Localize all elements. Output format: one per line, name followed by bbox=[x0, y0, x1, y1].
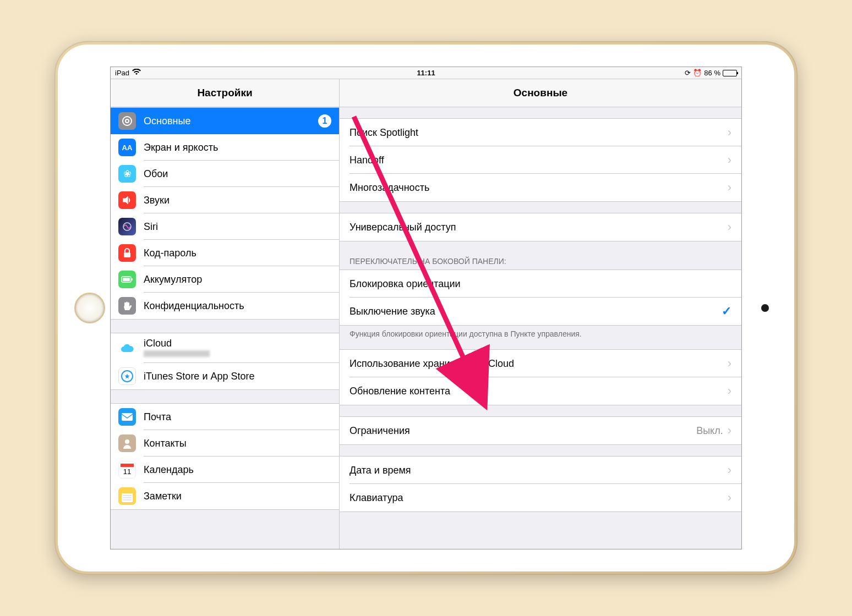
row-label: Использование хранилища и iCloud bbox=[349, 358, 728, 370]
row-label: Выключение звука bbox=[349, 306, 722, 317]
sidebar-item-label: Обои bbox=[144, 168, 331, 180]
section-footer-switch: Функция блокировки ориентации доступна в… bbox=[340, 326, 741, 338]
contacts-icon bbox=[118, 435, 136, 452]
display-icon: AA bbox=[118, 139, 136, 156]
row-multitask[interactable]: Многозадачность › bbox=[340, 174, 741, 201]
row-accessibility[interactable]: Универсальный доступ › bbox=[340, 213, 741, 241]
row-value: Выкл. bbox=[696, 425, 723, 437]
sidebar-item-privacy[interactable]: Конфиденциальность bbox=[111, 293, 339, 319]
appstore-icon bbox=[118, 367, 136, 385]
battery-icon bbox=[118, 271, 136, 288]
sidebar-item-battery[interactable]: Аккумулятор bbox=[111, 266, 339, 293]
sounds-icon bbox=[118, 191, 136, 209]
chevron-right-icon: › bbox=[728, 385, 731, 397]
row-label: Клавиатура bbox=[349, 492, 728, 504]
camera bbox=[761, 304, 769, 312]
sidebar-item-label: Аккумулятор bbox=[144, 274, 331, 285]
gear-icon bbox=[118, 112, 136, 130]
sidebar-item-calendar[interactable]: 11 Календарь bbox=[111, 457, 339, 483]
status-time: 11:11 bbox=[417, 69, 435, 77]
svg-rect-6 bbox=[123, 278, 130, 281]
row-label: Многозадачность bbox=[349, 182, 728, 194]
svg-rect-3 bbox=[124, 252, 130, 257]
sidebar-item-label: Звуки bbox=[144, 195, 331, 206]
svg-text:11: 11 bbox=[123, 468, 131, 476]
sidebar-item-icloud[interactable]: iCloud bbox=[111, 333, 339, 363]
sidebar-item-sounds[interactable]: Звуки bbox=[111, 187, 339, 213]
wallpaper-icon: ❀ bbox=[118, 165, 136, 183]
section-header-switch: ПЕРЕКЛЮЧАТЕЛЬ НА БОКОВОЙ ПАНЕЛИ: bbox=[340, 247, 741, 270]
main-panel: Основные Поиск Spotlight › Handoff › Мно… bbox=[340, 79, 741, 549]
sidebar-item-general[interactable]: Основные 1 bbox=[111, 108, 339, 134]
sidebar-item-label: Конфиденциальность bbox=[144, 300, 331, 312]
chevron-right-icon: › bbox=[728, 154, 731, 166]
lock-icon bbox=[118, 244, 136, 262]
svg-rect-10 bbox=[121, 464, 134, 467]
battery-text: 86 % bbox=[704, 69, 720, 77]
sidebar-item-label: Экран и яркость bbox=[144, 142, 331, 153]
badge: 1 bbox=[318, 114, 331, 128]
row-label: Дата и время bbox=[349, 465, 728, 476]
sidebar-item-mail[interactable]: Почта bbox=[111, 404, 339, 430]
row-label: Ограничения bbox=[349, 425, 696, 437]
status-bar: iPad 11:11 ⟳ ⏰ 86 % bbox=[111, 67, 741, 79]
row-keyboard[interactable]: Клавиатура › bbox=[340, 484, 741, 512]
row-handoff[interactable]: Handoff › bbox=[340, 146, 741, 174]
chevron-right-icon: › bbox=[728, 182, 731, 194]
svg-point-9 bbox=[125, 439, 129, 444]
chevron-right-icon: › bbox=[728, 127, 731, 139]
battery-icon bbox=[723, 70, 737, 76]
chevron-right-icon: › bbox=[728, 492, 731, 504]
row-storage[interactable]: Использование хранилища и iCloud › bbox=[340, 350, 741, 377]
checkmark-icon: ✓ bbox=[722, 304, 731, 318]
sidebar-item-itunes[interactable]: iTunes Store и App Store bbox=[111, 363, 339, 389]
sidebar-item-label: Код-пароль bbox=[144, 248, 331, 259]
row-label: Поиск Spotlight bbox=[349, 127, 728, 139]
home-button[interactable] bbox=[74, 293, 105, 323]
row-restrictions[interactable]: Ограничения Выкл. › bbox=[340, 417, 741, 444]
mail-icon bbox=[118, 408, 136, 426]
sidebar-item-contacts[interactable]: Контакты bbox=[111, 430, 339, 457]
row-label: Универсальный доступ bbox=[349, 222, 728, 233]
row-datetime[interactable]: Дата и время › bbox=[340, 457, 741, 484]
row-refresh[interactable]: Обновление контента › bbox=[340, 377, 741, 405]
sidebar-item-siri[interactable]: Siri bbox=[111, 213, 339, 240]
row-label: Handoff bbox=[349, 155, 728, 166]
sidebar-item-label: iTunes Store и App Store bbox=[144, 371, 331, 382]
chevron-right-icon: › bbox=[728, 221, 731, 233]
sidebar-item-passcode[interactable]: Код-пароль bbox=[111, 240, 339, 266]
sidebar-item-label: Почта bbox=[144, 411, 331, 423]
sidebar-item-label: Siri bbox=[144, 221, 331, 233]
sidebar: Настройки Основные 1 AA Экран и яркость bbox=[111, 79, 340, 549]
orientation-lock-icon: ⟳ bbox=[685, 69, 691, 77]
sidebar-item-label: Основные bbox=[144, 116, 318, 127]
sidebar-item-label: Календарь bbox=[144, 464, 331, 476]
chevron-right-icon: › bbox=[728, 425, 731, 437]
chevron-right-icon: › bbox=[728, 464, 731, 476]
wifi-icon bbox=[132, 69, 141, 77]
notes-icon bbox=[118, 487, 136, 505]
row-lock-orientation[interactable]: Блокировка ориентации bbox=[340, 270, 741, 298]
row-spotlight[interactable]: Поиск Spotlight › bbox=[340, 119, 741, 146]
cloud-icon bbox=[118, 339, 136, 357]
sidebar-item-notes[interactable]: Заметки bbox=[111, 483, 339, 509]
sidebar-item-label: iCloud bbox=[144, 338, 331, 359]
row-label: Обновление контента bbox=[349, 386, 728, 397]
svg-rect-8 bbox=[122, 413, 133, 421]
chevron-right-icon: › bbox=[728, 358, 731, 370]
main-title: Основные bbox=[340, 79, 741, 107]
sidebar-item-label: Контакты bbox=[144, 438, 331, 449]
svg-rect-5 bbox=[132, 278, 133, 280]
siri-icon bbox=[118, 218, 136, 235]
sidebar-item-label: Заметки bbox=[144, 491, 331, 502]
calendar-icon: 11 bbox=[118, 461, 136, 479]
svg-point-1 bbox=[125, 119, 129, 123]
sidebar-item-display[interactable]: AA Экран и яркость bbox=[111, 134, 339, 161]
sidebar-item-wallpaper[interactable]: ❀ Обои bbox=[111, 161, 339, 187]
svg-point-0 bbox=[123, 117, 132, 125]
device-label: iPad bbox=[115, 69, 129, 77]
row-label: Блокировка ориентации bbox=[349, 278, 731, 290]
hand-icon bbox=[118, 297, 136, 315]
row-mute[interactable]: Выключение звука ✓ bbox=[340, 298, 741, 325]
sidebar-title: Настройки bbox=[111, 79, 339, 107]
